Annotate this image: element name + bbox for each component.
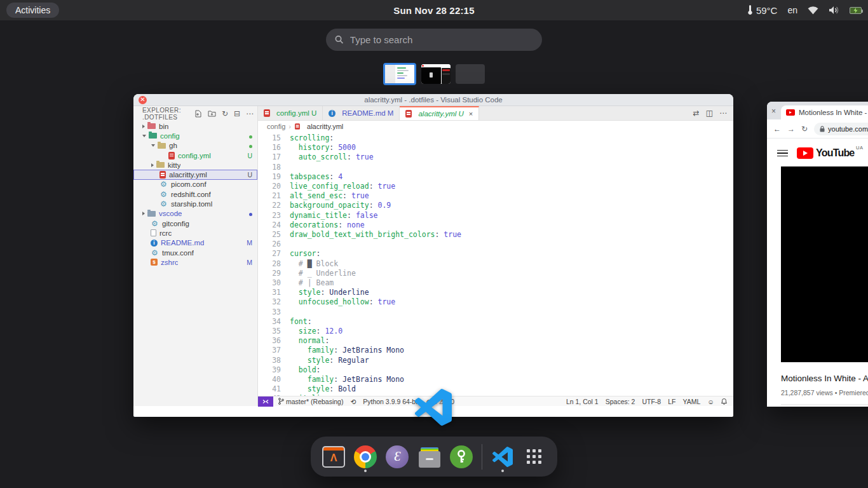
overview-search[interactable] — [326, 29, 542, 51]
refresh-icon[interactable]: ↻ — [222, 109, 228, 118]
workspace-thumbnail-2[interactable] — [421, 64, 451, 84]
tree-item-starship-toml[interactable]: ⚙starship.toml — [133, 199, 257, 208]
tree-item-gitconfig[interactable]: ⚙gitconfig — [133, 219, 257, 228]
search-input[interactable] — [350, 34, 533, 45]
eol-sequence[interactable]: LF — [668, 398, 675, 405]
tree-item-config[interactable]: config — [133, 131, 257, 140]
code-line[interactable]: style: Bold — [290, 384, 733, 394]
vscode-app-icon[interactable] — [415, 389, 452, 426]
dock-item-chrome[interactable] — [354, 442, 377, 471]
video-player[interactable] — [781, 166, 868, 362]
code-line[interactable]: style: Regular — [290, 356, 733, 365]
line-number: 18 — [258, 163, 281, 172]
code-line[interactable] — [290, 163, 733, 172]
tree-item-vscode[interactable]: vscode — [133, 209, 257, 219]
code-line[interactable]: alt_send_esc: true — [290, 191, 733, 201]
tree-item-config-yml[interactable]: config.ymlU — [133, 151, 257, 160]
code-line[interactable]: size: 12.0 — [290, 327, 733, 336]
python-interpreter[interactable]: Python 3.9.9 64-bit — [363, 398, 419, 405]
dock-item-keys[interactable] — [450, 442, 473, 471]
cursor-position[interactable]: Ln 1, Col 1 — [566, 398, 599, 405]
code-line[interactable]: background_opacity: 0.9 — [290, 201, 733, 210]
tree-item-bin[interactable]: bin — [133, 121, 257, 131]
tree-item-zshrc[interactable]: $zshrcM — [133, 257, 257, 267]
encoding[interactable]: UTF-8 — [642, 398, 661, 405]
vscode-titlebar[interactable]: ✕ alacritty.yml - .dotfiles - Visual Stu… — [133, 94, 733, 106]
code-line[interactable]: dynamic_title: false — [290, 211, 733, 220]
code-line[interactable]: family: JetBrains Mono — [290, 346, 733, 355]
indentation[interactable]: Spaces: 2 — [606, 398, 635, 405]
address-bar[interactable]: youtube.com/wa — [814, 123, 868, 135]
tree-item-tmux-conf[interactable]: ⚙tmux.conf — [133, 248, 257, 257]
workspace-thumbnail-1[interactable] — [383, 63, 416, 85]
more-actions-icon[interactable]: ⋯ — [246, 109, 254, 118]
more-actions-icon[interactable]: ⋯ — [719, 109, 727, 118]
keyboard-layout[interactable]: en — [787, 5, 797, 15]
clock[interactable]: Sun Nov 28 22:15 — [393, 0, 474, 20]
code-line[interactable]: family: JetBrains Mono — [290, 375, 733, 384]
dock-item-emacs[interactable]: Ɛ — [386, 442, 409, 471]
code-line[interactable]: cursor: — [290, 249, 733, 259]
system-tray[interactable]: 59°C en — [747, 5, 862, 16]
breadcrumb-file[interactable]: alacritty.yml — [307, 123, 343, 130]
code-lines[interactable]: scrolling: history: 5000 auto_scroll: tr… — [281, 133, 733, 396]
tree-item-README-md[interactable]: iREADME.mdM — [133, 238, 257, 248]
split-editor-icon[interactable]: ◫ — [706, 109, 713, 118]
breadcrumb[interactable]: config › alacritty.yml — [258, 121, 733, 132]
menu-icon[interactable] — [777, 150, 788, 157]
code-line[interactable]: style: Underline — [290, 288, 733, 297]
code-line[interactable]: history: 5000 — [290, 143, 733, 152]
breadcrumb-folder[interactable]: config — [267, 123, 285, 130]
editor-tab-alacritty-yml[interactable]: alacritty.yml U× — [400, 106, 479, 120]
editor-tab-README-md[interactable]: iREADME.md M — [323, 106, 400, 120]
reload-icon[interactable]: ↻ — [801, 125, 808, 133]
tree-item-kitty[interactable]: kitty — [133, 160, 257, 170]
tab-close-icon[interactable]: × — [469, 110, 473, 118]
open-changes-icon[interactable]: ⇄ — [693, 109, 700, 118]
tree-item-alacritty-yml[interactable]: alacritty.ymlU — [133, 170, 257, 179]
chrome-active-tab[interactable]: Motionless In White - A — [781, 105, 868, 119]
code-line[interactable]: font: — [290, 317, 733, 327]
collapse-folders-icon[interactable]: ⊟ — [234, 109, 240, 118]
new-folder-icon[interactable] — [208, 110, 216, 118]
code-editor[interactable]: 1516171819202122232425262728293031323334… — [258, 132, 733, 396]
tree-item-picom-conf[interactable]: ⚙picom.conf — [133, 180, 257, 189]
editor-tab-config-yml[interactable]: config.yml U — [258, 106, 323, 120]
language-mode[interactable]: YAML — [682, 398, 700, 405]
youtube-logo[interactable]: YouTube UA — [797, 147, 854, 159]
dock-item-app-grid[interactable] — [523, 442, 546, 471]
git-branch-status[interactable]: master* (Rebasing) — [278, 398, 343, 405]
workspace-thumbnail-3[interactable] — [456, 64, 485, 84]
forward-icon[interactable]: → — [787, 125, 795, 133]
token — [290, 288, 299, 297]
sync-icon[interactable]: ⟲ — [350, 398, 356, 405]
code-line[interactable]: # | Beam — [290, 278, 733, 288]
tree-item-redshift-conf[interactable]: ⚙redshift.conf — [133, 189, 257, 199]
dock-item-vscode[interactable] — [491, 442, 514, 471]
code-line[interactable]: unfocused_hollow: true — [290, 297, 733, 307]
activities-button[interactable]: Activities — [6, 3, 59, 18]
code-line[interactable] — [290, 240, 733, 249]
code-line[interactable]: bold: — [290, 365, 733, 375]
code-line[interactable]: # _ Underline — [290, 269, 733, 278]
code-line[interactable] — [290, 308, 733, 317]
code-line[interactable]: auto_scroll: true — [290, 152, 733, 162]
previous-tab-close-icon[interactable]: × — [771, 107, 776, 116]
back-icon[interactable]: ← — [773, 125, 781, 133]
code-line[interactable]: decorations: none — [290, 220, 733, 230]
dock-item-alacritty[interactable]: Λ — [322, 442, 345, 471]
code-line[interactable]: live_config_reload: true — [290, 182, 733, 191]
notifications-bell-icon[interactable] — [721, 398, 727, 405]
new-file-icon[interactable] — [194, 110, 202, 118]
code-line[interactable]: tabspaces: 4 — [290, 172, 733, 182]
remote-indicator[interactable] — [258, 396, 273, 407]
code-line[interactable]: # █ Block — [290, 259, 733, 269]
dock-item-files[interactable] — [417, 442, 440, 471]
tree-item-gh[interactable]: gh — [133, 141, 257, 151]
code-line[interactable]: normal: — [290, 336, 733, 346]
code-line[interactable]: scrolling: — [290, 133, 733, 143]
code-line[interactable]: draw_bold_text_with_bright_colors: true — [290, 230, 733, 240]
close-icon[interactable]: ✕ — [139, 96, 147, 104]
feedback-icon[interactable]: ☺ — [707, 398, 714, 405]
tree-item-rcrc[interactable]: rcrc — [133, 228, 257, 238]
